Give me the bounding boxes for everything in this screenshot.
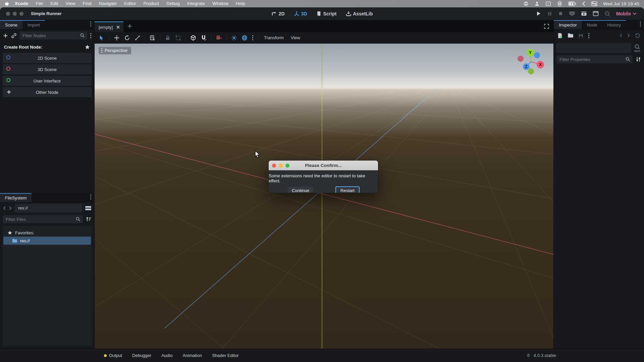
scene-dock-menu-button[interactable] — [87, 21, 94, 28]
object-name-field[interactable] — [556, 43, 631, 53]
move-tool-button[interactable] — [114, 35, 120, 41]
select-tool-button[interactable] — [99, 35, 105, 41]
apple-icon[interactable] — [4, 1, 9, 7]
save-resource-button[interactable] — [578, 33, 584, 39]
scene-tab-empty[interactable]: [empty] — [95, 21, 123, 32]
stop-button[interactable] — [558, 11, 563, 16]
res-root-item[interactable]: res:// — [3, 237, 91, 245]
animation-panel-button[interactable]: Animation — [182, 353, 202, 358]
pause-button[interactable] — [547, 11, 552, 16]
history-back-button[interactable] — [3, 206, 6, 210]
history-forward-button[interactable] — [9, 206, 12, 210]
mode-assetlib-button[interactable]: AssetLib — [345, 11, 373, 16]
engine-version[interactable]: 4.0.3.stable — [534, 353, 556, 358]
movie-mode-button[interactable] — [604, 11, 610, 17]
play-button[interactable] — [536, 11, 541, 16]
gizmo-neg-z[interactable] — [534, 52, 540, 58]
create-other-node-button[interactable]: Other Node — [3, 87, 92, 97]
close-tab-icon[interactable] — [116, 25, 120, 29]
dialog-zoom-button[interactable] — [285, 164, 289, 168]
menu-help[interactable]: Help — [232, 0, 249, 7]
tab-scene[interactable]: Scene — [0, 21, 22, 29]
play-scene-button[interactable] — [581, 11, 587, 16]
tab-filesystem[interactable]: FileSystem — [0, 194, 32, 202]
snap-button[interactable] — [201, 35, 207, 41]
mode-2d-button[interactable]: 2D — [271, 11, 285, 16]
menu-window[interactable]: Window — [209, 0, 232, 7]
scene-tree-menu-button[interactable] — [90, 33, 92, 39]
dialog-minimize-button[interactable] — [279, 164, 283, 168]
new-resource-button[interactable] — [557, 33, 563, 39]
local-space-button[interactable] — [190, 35, 196, 41]
lock-button[interactable] — [165, 35, 171, 41]
tab-inspector[interactable]: Inspector — [554, 21, 582, 29]
tab-node[interactable]: Node — [582, 21, 602, 29]
platform-selector[interactable]: Mobile — [616, 11, 637, 16]
play-remote-button[interactable] — [569, 11, 575, 16]
close-button[interactable] — [6, 12, 10, 16]
debugger-panel-button[interactable]: Debugger — [132, 353, 151, 358]
continue-button[interactable]: Continue — [287, 186, 314, 193]
create-3d-scene-button[interactable]: 3D Scene — [3, 64, 92, 74]
toggle-sun-button[interactable] — [231, 35, 237, 41]
load-resource-button[interactable] — [568, 33, 574, 38]
menubar-clock[interactable]: Wed Jul 19 19:45 — [603, 1, 639, 6]
mode-script-button[interactable]: Script — [316, 11, 337, 16]
menu-view[interactable]: View — [62, 0, 79, 7]
transform-menu[interactable]: Transform — [263, 35, 285, 40]
filesystem-path[interactable]: res:// — [15, 204, 82, 213]
chevron-left-icon[interactable] — [582, 1, 585, 6]
notification-bell-icon[interactable] — [526, 353, 531, 358]
open-docs-button[interactable]: DOC — [633, 44, 641, 52]
dialog-close-button[interactable] — [272, 164, 276, 168]
create-2d-scene-button[interactable]: 2D Scene — [3, 53, 92, 63]
edit-forward-button[interactable] — [627, 33, 630, 38]
filesystem-dock-menu-button[interactable] — [87, 194, 94, 201]
audio-panel-button[interactable]: Audio — [161, 353, 172, 358]
inspector-dock-menu-button[interactable] — [637, 21, 644, 28]
restart-button[interactable]: Restart — [335, 186, 360, 193]
menubar-app-name[interactable]: Xcode — [11, 0, 32, 7]
viewport-3d[interactable]: Perspective Y X Z — [95, 44, 553, 349]
menu-product[interactable]: Product — [140, 0, 163, 7]
menu-find[interactable]: Find — [79, 0, 95, 7]
menu-editor[interactable]: Editor — [120, 0, 140, 7]
preview-camera-button[interactable] — [216, 35, 222, 41]
new-scene-tab-button[interactable] — [123, 24, 136, 30]
rotate-tool-button[interactable] — [124, 35, 130, 41]
menu-integrate[interactable]: Integrate — [183, 0, 209, 7]
instance-scene-button[interactable] — [11, 33, 17, 39]
favorites-star-icon[interactable] — [85, 44, 90, 50]
property-tools-button[interactable] — [635, 56, 641, 62]
tab-import[interactable]: Import — [22, 21, 45, 29]
shader-editor-panel-button[interactable]: Shader Editor — [212, 353, 239, 358]
view-gizmo[interactable]: Y X Z — [516, 48, 547, 77]
mode-3d-button[interactable]: 3D — [294, 11, 307, 16]
toggle-split-mode-button[interactable] — [85, 205, 92, 211]
sun-environment-menu-button[interactable] — [252, 35, 254, 41]
do-not-disturb-icon[interactable] — [523, 1, 529, 6]
stage-manager-icon[interactable] — [557, 1, 562, 6]
favorites-header[interactable]: Favorites: — [3, 229, 92, 237]
group-button[interactable] — [175, 35, 181, 41]
toggle-environment-button[interactable] — [241, 35, 248, 41]
gizmo-neg-y[interactable] — [528, 68, 534, 74]
resource-menu-button[interactable] — [588, 33, 590, 39]
perspective-button[interactable]: Perspective — [99, 47, 131, 54]
play-custom-scene-button[interactable] — [593, 11, 599, 16]
add-node-button[interactable] — [3, 33, 8, 39]
output-panel-button[interactable]: Output — [104, 353, 122, 358]
filter-nodes-input[interactable] — [19, 32, 87, 40]
tab-history[interactable]: History — [602, 21, 626, 29]
view-menu[interactable]: View — [289, 35, 302, 40]
edit-back-button[interactable] — [619, 33, 623, 38]
distraction-free-button[interactable] — [544, 23, 553, 31]
filter-files-input[interactable] — [3, 215, 83, 223]
list-select-tool-button[interactable] — [150, 35, 156, 41]
filter-properties-input[interactable] — [556, 55, 633, 63]
zoom-button[interactable] — [19, 12, 23, 16]
create-user-interface-button[interactable]: User Interface — [3, 76, 92, 86]
menu-debug[interactable]: Debug — [163, 0, 183, 7]
sort-files-button[interactable] — [86, 216, 92, 222]
menu-file[interactable]: File — [32, 0, 47, 7]
